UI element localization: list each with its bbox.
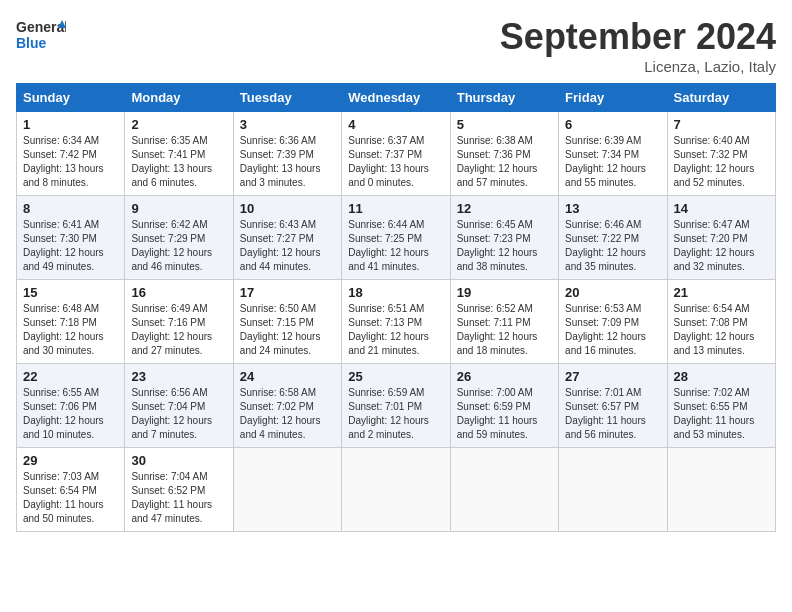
day-number: 4 <box>348 117 443 132</box>
day-info: Sunrise: 6:54 AM Sunset: 7:08 PM Dayligh… <box>674 302 769 358</box>
day-info: Sunrise: 6:58 AM Sunset: 7:02 PM Dayligh… <box>240 386 335 442</box>
day-info: Sunrise: 6:51 AM Sunset: 7:13 PM Dayligh… <box>348 302 443 358</box>
day-info: Sunrise: 7:02 AM Sunset: 6:55 PM Dayligh… <box>674 386 769 442</box>
day-number: 12 <box>457 201 552 216</box>
day-info: Sunrise: 6:50 AM Sunset: 7:15 PM Dayligh… <box>240 302 335 358</box>
calendar-cell <box>233 448 341 532</box>
calendar-cell: 2Sunrise: 6:35 AM Sunset: 7:41 PM Daylig… <box>125 112 233 196</box>
calendar-cell: 24Sunrise: 6:58 AM Sunset: 7:02 PM Dayli… <box>233 364 341 448</box>
calendar-cell: 13Sunrise: 6:46 AM Sunset: 7:22 PM Dayli… <box>559 196 667 280</box>
calendar-cell: 30Sunrise: 7:04 AM Sunset: 6:52 PM Dayli… <box>125 448 233 532</box>
day-info: Sunrise: 6:52 AM Sunset: 7:11 PM Dayligh… <box>457 302 552 358</box>
day-info: Sunrise: 6:45 AM Sunset: 7:23 PM Dayligh… <box>457 218 552 274</box>
calendar-cell: 20Sunrise: 6:53 AM Sunset: 7:09 PM Dayli… <box>559 280 667 364</box>
weekday-tuesday: Tuesday <box>233 84 341 112</box>
day-info: Sunrise: 6:53 AM Sunset: 7:09 PM Dayligh… <box>565 302 660 358</box>
day-info: Sunrise: 6:48 AM Sunset: 7:18 PM Dayligh… <box>23 302 118 358</box>
calendar-cell: 14Sunrise: 6:47 AM Sunset: 7:20 PM Dayli… <box>667 196 775 280</box>
calendar-table: SundayMondayTuesdayWednesdayThursdayFrid… <box>16 83 776 532</box>
weekday-sunday: Sunday <box>17 84 125 112</box>
day-info: Sunrise: 6:34 AM Sunset: 7:42 PM Dayligh… <box>23 134 118 190</box>
day-number: 13 <box>565 201 660 216</box>
day-info: Sunrise: 6:41 AM Sunset: 7:30 PM Dayligh… <box>23 218 118 274</box>
day-number: 6 <box>565 117 660 132</box>
calendar-cell: 19Sunrise: 6:52 AM Sunset: 7:11 PM Dayli… <box>450 280 558 364</box>
day-info: Sunrise: 6:49 AM Sunset: 7:16 PM Dayligh… <box>131 302 226 358</box>
day-number: 7 <box>674 117 769 132</box>
calendar-cell: 4Sunrise: 6:37 AM Sunset: 7:37 PM Daylig… <box>342 112 450 196</box>
day-number: 14 <box>674 201 769 216</box>
day-number: 15 <box>23 285 118 300</box>
calendar-cell: 12Sunrise: 6:45 AM Sunset: 7:23 PM Dayli… <box>450 196 558 280</box>
day-info: Sunrise: 6:42 AM Sunset: 7:29 PM Dayligh… <box>131 218 226 274</box>
calendar-cell: 3Sunrise: 6:36 AM Sunset: 7:39 PM Daylig… <box>233 112 341 196</box>
day-number: 9 <box>131 201 226 216</box>
day-number: 11 <box>348 201 443 216</box>
calendar-week-row: 1Sunrise: 6:34 AM Sunset: 7:42 PM Daylig… <box>17 112 776 196</box>
calendar-cell <box>342 448 450 532</box>
location-title: Licenza, Lazio, Italy <box>500 58 776 75</box>
svg-text:Blue: Blue <box>16 35 47 51</box>
calendar-cell: 11Sunrise: 6:44 AM Sunset: 7:25 PM Dayli… <box>342 196 450 280</box>
weekday-friday: Friday <box>559 84 667 112</box>
calendar-week-row: 8Sunrise: 6:41 AM Sunset: 7:30 PM Daylig… <box>17 196 776 280</box>
calendar-cell: 10Sunrise: 6:43 AM Sunset: 7:27 PM Dayli… <box>233 196 341 280</box>
calendar-cell: 7Sunrise: 6:40 AM Sunset: 7:32 PM Daylig… <box>667 112 775 196</box>
day-info: Sunrise: 6:35 AM Sunset: 7:41 PM Dayligh… <box>131 134 226 190</box>
logo-svg: General Blue <box>16 16 66 58</box>
calendar-cell <box>450 448 558 532</box>
calendar-cell: 8Sunrise: 6:41 AM Sunset: 7:30 PM Daylig… <box>17 196 125 280</box>
calendar-cell: 22Sunrise: 6:55 AM Sunset: 7:06 PM Dayli… <box>17 364 125 448</box>
calendar-cell: 23Sunrise: 6:56 AM Sunset: 7:04 PM Dayli… <box>125 364 233 448</box>
day-number: 18 <box>348 285 443 300</box>
calendar-cell: 18Sunrise: 6:51 AM Sunset: 7:13 PM Dayli… <box>342 280 450 364</box>
logo: General Blue <box>16 16 66 62</box>
day-info: Sunrise: 6:36 AM Sunset: 7:39 PM Dayligh… <box>240 134 335 190</box>
calendar-week-row: 29Sunrise: 7:03 AM Sunset: 6:54 PM Dayli… <box>17 448 776 532</box>
calendar-cell: 28Sunrise: 7:02 AM Sunset: 6:55 PM Dayli… <box>667 364 775 448</box>
weekday-wednesday: Wednesday <box>342 84 450 112</box>
day-info: Sunrise: 6:43 AM Sunset: 7:27 PM Dayligh… <box>240 218 335 274</box>
day-info: Sunrise: 7:04 AM Sunset: 6:52 PM Dayligh… <box>131 470 226 526</box>
day-info: Sunrise: 7:03 AM Sunset: 6:54 PM Dayligh… <box>23 470 118 526</box>
calendar-week-row: 22Sunrise: 6:55 AM Sunset: 7:06 PM Dayli… <box>17 364 776 448</box>
day-number: 3 <box>240 117 335 132</box>
day-info: Sunrise: 6:47 AM Sunset: 7:20 PM Dayligh… <box>674 218 769 274</box>
day-number: 19 <box>457 285 552 300</box>
day-info: Sunrise: 6:46 AM Sunset: 7:22 PM Dayligh… <box>565 218 660 274</box>
day-number: 20 <box>565 285 660 300</box>
day-number: 8 <box>23 201 118 216</box>
day-number: 28 <box>674 369 769 384</box>
page-header: General Blue September 2024 Licenza, Laz… <box>16 16 776 75</box>
day-number: 5 <box>457 117 552 132</box>
weekday-header-row: SundayMondayTuesdayWednesdayThursdayFrid… <box>17 84 776 112</box>
title-block: September 2024 Licenza, Lazio, Italy <box>500 16 776 75</box>
calendar-cell: 26Sunrise: 7:00 AM Sunset: 6:59 PM Dayli… <box>450 364 558 448</box>
day-number: 21 <box>674 285 769 300</box>
weekday-monday: Monday <box>125 84 233 112</box>
calendar-week-row: 15Sunrise: 6:48 AM Sunset: 7:18 PM Dayli… <box>17 280 776 364</box>
calendar-cell: 17Sunrise: 6:50 AM Sunset: 7:15 PM Dayli… <box>233 280 341 364</box>
day-number: 25 <box>348 369 443 384</box>
calendar-cell <box>559 448 667 532</box>
day-number: 17 <box>240 285 335 300</box>
day-info: Sunrise: 6:55 AM Sunset: 7:06 PM Dayligh… <box>23 386 118 442</box>
month-title: September 2024 <box>500 16 776 58</box>
calendar-cell: 21Sunrise: 6:54 AM Sunset: 7:08 PM Dayli… <box>667 280 775 364</box>
day-info: Sunrise: 7:01 AM Sunset: 6:57 PM Dayligh… <box>565 386 660 442</box>
calendar-cell: 9Sunrise: 6:42 AM Sunset: 7:29 PM Daylig… <box>125 196 233 280</box>
day-info: Sunrise: 6:37 AM Sunset: 7:37 PM Dayligh… <box>348 134 443 190</box>
day-number: 30 <box>131 453 226 468</box>
weekday-thursday: Thursday <box>450 84 558 112</box>
calendar-cell: 1Sunrise: 6:34 AM Sunset: 7:42 PM Daylig… <box>17 112 125 196</box>
day-info: Sunrise: 6:56 AM Sunset: 7:04 PM Dayligh… <box>131 386 226 442</box>
day-info: Sunrise: 6:40 AM Sunset: 7:32 PM Dayligh… <box>674 134 769 190</box>
day-number: 2 <box>131 117 226 132</box>
calendar-cell: 6Sunrise: 6:39 AM Sunset: 7:34 PM Daylig… <box>559 112 667 196</box>
day-number: 26 <box>457 369 552 384</box>
day-info: Sunrise: 6:39 AM Sunset: 7:34 PM Dayligh… <box>565 134 660 190</box>
day-number: 23 <box>131 369 226 384</box>
calendar-cell: 27Sunrise: 7:01 AM Sunset: 6:57 PM Dayli… <box>559 364 667 448</box>
day-number: 27 <box>565 369 660 384</box>
calendar-cell: 16Sunrise: 6:49 AM Sunset: 7:16 PM Dayli… <box>125 280 233 364</box>
